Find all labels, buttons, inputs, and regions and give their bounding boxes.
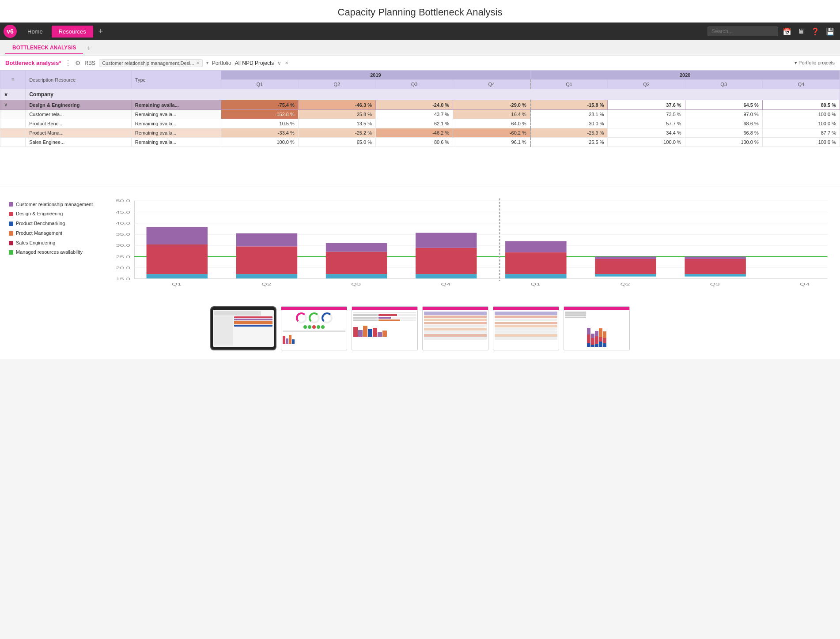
q1-2020-header: Q1 bbox=[530, 80, 608, 89]
save-icon[interactable]: 💾 bbox=[824, 26, 836, 37]
svg-text:Q1: Q1 bbox=[530, 282, 540, 286]
collapse-all-icon[interactable]: ≡ bbox=[11, 77, 15, 83]
pb-q1-2019: 10.5 % bbox=[221, 119, 298, 128]
svg-text:50.0: 50.0 bbox=[116, 198, 130, 203]
bar-chart-svg: 50.0 45.0 40.0 35.0 30.0 25.0 20.0 15.0 bbox=[102, 196, 836, 293]
svg-text:Q1: Q1 bbox=[172, 282, 182, 286]
crm-q4-2019: -16.4 % bbox=[453, 110, 530, 119]
filter-close-icon[interactable]: ✕ bbox=[196, 60, 200, 65]
bar4-red bbox=[416, 248, 477, 274]
legend-label-crm: Customer relationship management bbox=[16, 200, 93, 209]
bar2-purple bbox=[236, 233, 298, 246]
q2-2020-header: Q2 bbox=[608, 80, 685, 89]
monitor-icon[interactable]: 🖥 bbox=[796, 26, 806, 36]
thumbnail-3[interactable] bbox=[352, 306, 418, 350]
svg-text:Q2: Q2 bbox=[620, 282, 630, 286]
legend-label-se: Sales Engineering bbox=[16, 239, 55, 248]
group-toggle-cell[interactable]: ∨ bbox=[0, 100, 26, 110]
bar7-cyan bbox=[685, 274, 746, 277]
portfolio-label: Portfolio bbox=[212, 60, 231, 66]
thumbnail-4[interactable] bbox=[422, 306, 488, 350]
nav-tab-home[interactable]: Home bbox=[20, 26, 50, 38]
table-row: Product Mana... Remaining availa... -33.… bbox=[0, 128, 840, 138]
row-name-pb: Product Benc... bbox=[26, 119, 132, 128]
crm-q3-2019: 43.7 % bbox=[375, 110, 453, 119]
search-input[interactable] bbox=[708, 26, 778, 36]
portfolio-dropdown-icon[interactable]: ∨ bbox=[277, 60, 281, 66]
legend-item-se: Sales Engineering bbox=[9, 239, 97, 248]
nav-add-button[interactable]: + bbox=[95, 26, 107, 37]
row-name-pm: Product Mana... bbox=[26, 128, 132, 138]
crm-q1-2019: -152.8 % bbox=[221, 110, 298, 119]
help-icon[interactable]: ❓ bbox=[809, 26, 821, 37]
bar5-red bbox=[505, 252, 567, 274]
chart-area: Customer relationship management Design … bbox=[0, 187, 840, 297]
pm-q3-2019: -46.2 % bbox=[375, 128, 453, 138]
legend-color-pb bbox=[9, 222, 13, 226]
filter-tag-crm[interactable]: Customer relationship management,Desi...… bbox=[99, 59, 202, 67]
rbs-label[interactable]: RBS bbox=[84, 60, 95, 66]
pb-q4-2020: 100.0 % bbox=[762, 119, 840, 128]
dot-menu-icon[interactable]: ⋮ bbox=[64, 59, 72, 67]
thumbnail-2[interactable] bbox=[281, 306, 347, 350]
pm-q4-2019: -60.2 % bbox=[453, 128, 530, 138]
se-q2-2019: 65.0 % bbox=[298, 138, 375, 147]
portfolio-projects-button[interactable]: ▾ Portfolio projects bbox=[795, 60, 835, 66]
thumbnail-6[interactable] bbox=[564, 306, 630, 350]
svg-text:35.0: 35.0 bbox=[116, 232, 130, 237]
table-header-toggle[interactable]: ≡ bbox=[0, 71, 26, 89]
empty-row bbox=[0, 147, 840, 160]
bar4-purple bbox=[416, 233, 477, 248]
bar7-red bbox=[685, 259, 746, 274]
col-header-type: Type bbox=[131, 71, 221, 89]
thumbnails-row bbox=[0, 297, 840, 359]
group-toggle-icon[interactable]: ∨ bbox=[4, 102, 10, 108]
se-q3-2019: 80.6 % bbox=[375, 138, 453, 147]
thumbnail-1[interactable] bbox=[210, 306, 276, 350]
svg-text:Q3: Q3 bbox=[351, 282, 361, 286]
svg-text:15.0: 15.0 bbox=[116, 276, 130, 281]
legend-item-crm: Customer relationship management bbox=[9, 200, 97, 209]
year-2019-header: 2019 bbox=[221, 71, 530, 80]
bar5-purple bbox=[505, 241, 567, 252]
legend-label-managed: Managed resources availability bbox=[16, 248, 83, 257]
group-type: Remaining availa... bbox=[131, 100, 221, 110]
nav-tab-resources[interactable]: Resources bbox=[52, 26, 93, 38]
company-row: ∨ Company bbox=[0, 89, 840, 100]
main-content: ≡ Description Resource Type 2019 2020 Q1… bbox=[0, 70, 840, 359]
crm-q3-2020: 97.0 % bbox=[685, 110, 762, 119]
crm-q2-2019: -25.8 % bbox=[298, 110, 375, 119]
year-2020-header: 2020 bbox=[530, 71, 840, 80]
portfolio-close-icon[interactable]: ✕ bbox=[285, 60, 288, 65]
se-q3-2020: 100.0 % bbox=[685, 138, 762, 147]
group-header-row: ∨ Design & Engineering Remaining availa.… bbox=[0, 100, 840, 110]
bar6-red bbox=[595, 259, 656, 274]
row-indent bbox=[0, 138, 26, 147]
pm-q4-2020: 87.7 % bbox=[762, 128, 840, 138]
svg-text:Q2: Q2 bbox=[261, 282, 271, 286]
company-label: Company bbox=[26, 89, 840, 100]
row-indent bbox=[0, 119, 26, 128]
q3-2020-header: Q3 bbox=[685, 80, 762, 89]
page-title: Capacity Planning Bottleneck Analysis bbox=[0, 0, 840, 23]
settings-icon[interactable]: ⚙ bbox=[75, 60, 81, 67]
toolbar: Bottleneck analysis* ⋮ ⚙ RBS Customer re… bbox=[0, 56, 840, 70]
svg-text:30.0: 30.0 bbox=[116, 243, 130, 248]
row-indent bbox=[0, 110, 26, 119]
bar3-cyan bbox=[326, 274, 387, 278]
group-q1-2019: -75.4 % bbox=[221, 100, 298, 110]
calendar-icon[interactable]: 📅 bbox=[781, 26, 793, 37]
tab-bottleneck-analysis[interactable]: BOTTLENECK ANALYSIS bbox=[5, 42, 83, 54]
expand-icon[interactable]: ∨ bbox=[4, 91, 8, 98]
pm-q2-2019: -25.2 % bbox=[298, 128, 375, 138]
col-header-description: Description Resource bbox=[26, 71, 132, 89]
tab-add-button[interactable]: + bbox=[83, 43, 94, 53]
row-type-pm: Remaining availa... bbox=[131, 128, 221, 138]
pm-q1-2019: -33.4 % bbox=[221, 128, 298, 138]
svg-text:Q4: Q4 bbox=[800, 282, 810, 286]
se-q4-2019: 96.1 % bbox=[453, 138, 530, 147]
pb-q3-2020: 68.6 % bbox=[685, 119, 762, 128]
company-toggle[interactable]: ∨ bbox=[0, 89, 26, 100]
thumbnail-5[interactable] bbox=[493, 306, 559, 350]
se-q2-2020: 100.0 % bbox=[608, 138, 685, 147]
